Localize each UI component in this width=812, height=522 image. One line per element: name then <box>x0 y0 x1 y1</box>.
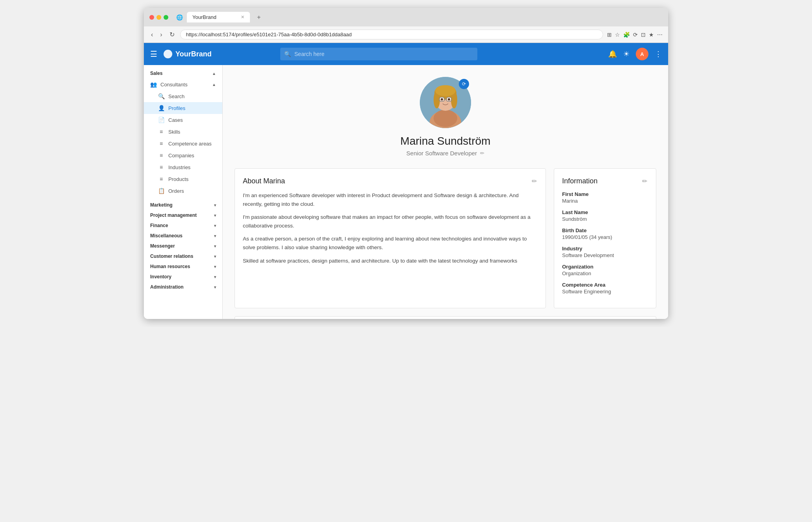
info-industry: Industry Software Development <box>562 246 648 258</box>
sales-header[interactable]: Sales ▲ <box>144 68 222 78</box>
sidebar-item-industries[interactable]: ≡ Industries <box>144 161 222 173</box>
sidebar: Sales ▲ 👥 Consultants ▲ 🔍 Search <box>144 65 223 319</box>
administration-label: Administration <box>150 284 184 290</box>
extension-icon[interactable]: 🧩 <box>623 32 630 38</box>
sidebar-item-search[interactable]: 🔍 Search <box>144 90 222 102</box>
browser-dots <box>149 15 168 20</box>
search-input[interactable] <box>280 48 477 60</box>
industry-label: Industry <box>562 246 648 252</box>
products-label: Products <box>168 176 188 182</box>
topbar-actions: 🔔 ☀ A ⋮ <box>608 48 662 60</box>
last-name-label: Last Name <box>562 209 648 215</box>
pip-icon[interactable]: ⊡ <box>641 32 646 38</box>
info-birth-date: Birth Date 1990/01/05 (34 years) <box>562 227 648 240</box>
browser-tab[interactable]: YourBrand ✕ <box>187 12 250 22</box>
companies-icon: ≡ <box>158 152 164 158</box>
messenger-chevron-icon: ▾ <box>214 244 216 248</box>
reload-button[interactable]: ↻ <box>168 30 176 39</box>
consultants-chevron-icon: ▲ <box>212 82 216 87</box>
project-management-header[interactable]: Project management ▾ <box>144 210 222 220</box>
reader-icon[interactable]: ⊞ <box>607 32 612 38</box>
administration-header[interactable]: Administration ▾ <box>144 282 222 292</box>
birth-date-label: Birth Date <box>562 227 648 233</box>
cases-label: Cases <box>168 117 183 123</box>
profile-header: ⟳ Marina Sundström Senior Software Devel… <box>235 73 656 164</box>
sales-chevron-icon: ▲ <box>212 71 216 76</box>
sidebar-item-products[interactable]: ≡ Products <box>144 173 222 185</box>
cr-chevron-icon: ▾ <box>214 254 216 259</box>
marketing-chevron-icon: ▾ <box>214 203 216 207</box>
dot-red[interactable] <box>149 15 154 20</box>
profiles-label: Profiles <box>168 105 185 111</box>
browser-addressbar: ‹ › ↻ ⊞ ☆ 🧩 ⟳ ⊡ ★ ⋯ <box>144 26 668 43</box>
industries-icon: ≡ <box>158 164 164 170</box>
about-p2: I'm passionate about developing software… <box>243 213 538 230</box>
marketing-label: Marketing <box>150 202 173 208</box>
bookmark-icon[interactable]: ☆ <box>615 32 620 38</box>
profile-title-text: Senior Software Developer <box>406 150 477 157</box>
sidebar-item-consultants[interactable]: 👥 Consultants ▲ <box>144 78 222 90</box>
svg-point-13 <box>448 98 450 101</box>
skills-label: Skills <box>168 129 180 135</box>
miscellaneous-header[interactable]: Miscellaneous ▾ <box>144 231 222 241</box>
info-organization: Organization Organization <box>562 264 648 276</box>
tab-close-button[interactable]: ✕ <box>241 15 244 20</box>
inventory-header[interactable]: Inventory ▾ <box>144 272 222 282</box>
marketing-header[interactable]: Marketing ▾ <box>144 200 222 210</box>
search-icon: 🔍 <box>158 93 164 99</box>
competence-areas-icon: ≡ <box>158 140 164 147</box>
pm-chevron-icon: ▾ <box>214 213 216 218</box>
sidebar-item-profiles[interactable]: 👤 Profiles <box>144 102 222 114</box>
sidebar-item-skills[interactable]: ≡ Skills <box>144 126 222 138</box>
info-edit-button[interactable]: ✏ <box>641 177 648 186</box>
menu-icon[interactable]: ☰ <box>150 49 157 59</box>
admin-chevron-icon: ▾ <box>214 285 216 289</box>
title-edit-icon[interactable]: ✏ <box>480 150 484 156</box>
info-first-name: First Name Marina <box>562 191 648 204</box>
svg-point-4 <box>434 110 457 127</box>
share-icon[interactable]: ★ <box>649 32 654 38</box>
competence-areas-label: Competence areas <box>168 141 212 147</box>
customer-relations-header[interactable]: Customer relations ▾ <box>144 251 222 261</box>
search-label: Search <box>168 93 184 99</box>
search-icon: 🔍 <box>284 51 291 57</box>
address-input[interactable] <box>180 30 603 39</box>
topbar: ☰ YourBrand 🔍 🔔 ☀ A ⋮ <box>144 43 668 65</box>
finance-header[interactable]: Finance ▾ <box>144 220 222 231</box>
forward-button[interactable]: › <box>158 30 164 39</box>
about-card-header: About Marina ✏ <box>243 177 538 186</box>
industries-label: Industries <box>168 164 190 170</box>
experience-card: Experience + Software Developer Telavox … <box>235 316 656 319</box>
skills-icon: ≡ <box>158 129 164 135</box>
avatar-edit-button[interactable]: ⟳ <box>459 79 469 89</box>
about-edit-button[interactable]: ✏ <box>531 177 538 186</box>
back-button[interactable]: ‹ <box>149 30 155 39</box>
translate-icon[interactable]: ⟳ <box>633 32 638 38</box>
sidebar-item-orders[interactable]: 📋 Orders <box>144 185 222 197</box>
main-layout: Sales ▲ 👥 Consultants ▲ 🔍 Search <box>144 65 668 319</box>
more-options-icon[interactable]: ⋮ <box>655 50 662 58</box>
notification-icon[interactable]: 🔔 <box>608 50 617 58</box>
competence-area-value: Software Engineering <box>562 289 648 295</box>
dot-yellow[interactable] <box>156 15 161 20</box>
miscellaneous-label: Miscellaneous <box>150 233 183 239</box>
organization-value: Organization <box>562 270 648 276</box>
about-card: About Marina ✏ I'm an experienced Softwa… <box>235 168 546 308</box>
consultants-group: 👥 Consultants ▲ 🔍 Search 👤 Profiles <box>144 78 222 197</box>
theme-icon[interactable]: ☀ <box>623 50 629 58</box>
orders-icon: 📋 <box>158 188 164 194</box>
tab-title: YourBrand <box>192 14 216 20</box>
messenger-label: Messenger <box>150 243 175 249</box>
human-resources-header[interactable]: Human resources ▾ <box>144 261 222 272</box>
brand-name: YourBrand <box>175 50 212 58</box>
messenger-header[interactable]: Messenger ▾ <box>144 241 222 251</box>
avatar[interactable]: A <box>636 48 648 60</box>
sidebar-item-companies[interactable]: ≡ Companies <box>144 149 222 161</box>
sidebar-item-cases[interactable]: 📄 Cases <box>144 114 222 126</box>
project-management-label: Project management <box>150 213 197 218</box>
sidebar-item-competence-areas[interactable]: ≡ Competence areas <box>144 138 222 149</box>
dot-green[interactable] <box>164 15 168 20</box>
info-card: Information ✏ First Name Marina Last Nam… <box>554 168 656 308</box>
more-icon[interactable]: ⋯ <box>657 32 663 38</box>
new-tab-button[interactable]: + <box>254 14 264 21</box>
